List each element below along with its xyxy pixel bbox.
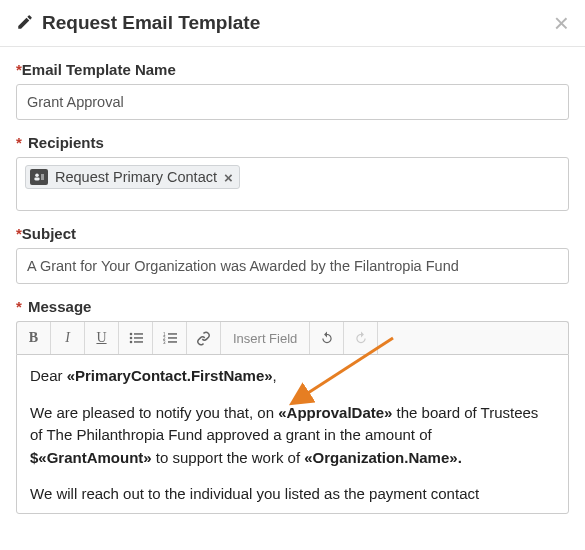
- subject-label: Subject: [16, 225, 569, 242]
- svg-rect-2: [41, 175, 44, 176]
- svg-rect-12: [168, 333, 177, 335]
- modal-header: Request Email Template ×: [0, 0, 585, 47]
- text: We will reach out to the individual you …: [30, 485, 479, 502]
- merge-field-organization-name: «Organization.Name».: [304, 449, 462, 466]
- text: Dear: [30, 367, 67, 384]
- subject-input[interactable]: [16, 248, 569, 284]
- svg-rect-4: [41, 179, 44, 180]
- recipients-label: Recipients: [16, 134, 569, 151]
- chip-remove-icon[interactable]: ×: [224, 170, 233, 185]
- bullet-list-button[interactable]: [119, 322, 153, 354]
- merge-field-primary-contact-firstname: «PrimaryContact.FirstName»: [67, 367, 273, 384]
- insert-field-button[interactable]: Insert Field: [221, 322, 310, 354]
- close-icon[interactable]: ×: [554, 13, 569, 33]
- link-button[interactable]: [187, 322, 221, 354]
- contact-card-icon: [30, 169, 48, 185]
- merge-field-grant-amount: $«GrantAmount»: [30, 449, 152, 466]
- modal-title: Request Email Template: [42, 12, 260, 34]
- svg-rect-10: [134, 341, 143, 343]
- recipient-chip: Request Primary Contact ×: [25, 165, 240, 189]
- svg-point-7: [129, 337, 132, 340]
- recipients-input[interactable]: Request Primary Contact ×: [16, 157, 569, 211]
- text: We are pleased to notify you that, on: [30, 404, 278, 421]
- svg-point-5: [129, 333, 132, 336]
- svg-rect-14: [168, 337, 177, 339]
- svg-rect-6: [134, 333, 143, 335]
- svg-rect-8: [134, 337, 143, 339]
- svg-rect-16: [168, 341, 177, 343]
- text: ,: [273, 367, 277, 384]
- undo-button[interactable]: [310, 322, 344, 354]
- numbered-list-button[interactable]: 1 2 3: [153, 322, 187, 354]
- italic-button[interactable]: I: [51, 322, 85, 354]
- svg-rect-3: [41, 177, 44, 178]
- message-editor-container: Dear «PrimaryContact.FirstName», We are …: [16, 354, 569, 514]
- bold-button[interactable]: B: [17, 322, 51, 354]
- message-editor[interactable]: Dear «PrimaryContact.FirstName», We are …: [17, 355, 568, 514]
- svg-point-0: [35, 173, 39, 177]
- svg-rect-1: [34, 178, 39, 181]
- underline-button[interactable]: U: [85, 322, 119, 354]
- template-name-label: Email Template Name: [16, 61, 569, 78]
- editor-toolbar: B I U 1 2 3: [16, 321, 569, 354]
- recipient-chip-label: Request Primary Contact: [55, 169, 217, 185]
- template-name-input[interactable]: [16, 84, 569, 120]
- pencil-icon: [16, 13, 34, 34]
- redo-button[interactable]: [344, 322, 378, 354]
- merge-field-approval-date: «ApprovalDate»: [278, 404, 392, 421]
- modal-body: Email Template Name Recipients Request P…: [0, 47, 585, 514]
- message-label: Message: [16, 298, 569, 315]
- text: to support the work of: [152, 449, 305, 466]
- svg-point-9: [129, 341, 132, 344]
- svg-text:3: 3: [163, 340, 166, 345]
